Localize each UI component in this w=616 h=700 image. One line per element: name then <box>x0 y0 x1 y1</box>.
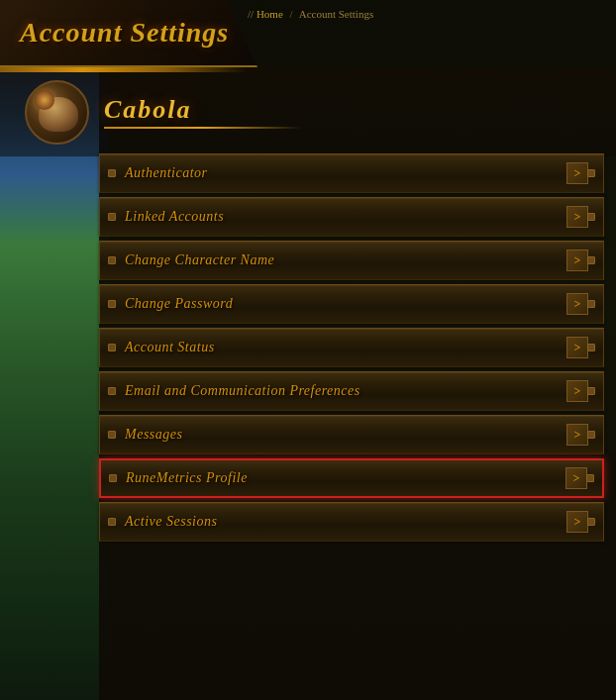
menu-item-label-messages: Messages <box>125 427 182 443</box>
menu-item-change-character-name[interactable]: Change Character Name> <box>99 241 604 280</box>
breadcrumb-current: Account Settings <box>299 8 373 20</box>
menu-container: Authenticator>Linked Accounts>Change Cha… <box>99 153 604 542</box>
menu-item-label-change-password: Change Password <box>125 296 233 312</box>
menu-item-label-active-sessions: Active Sessions <box>125 514 217 530</box>
title-decoration-line <box>0 67 248 72</box>
username-block: Cabola <box>104 95 302 129</box>
menu-item-arrow-email-communication: > <box>566 380 588 402</box>
menu-item-arrow-active-sessions: > <box>566 511 588 533</box>
breadcrumb-home-link[interactable]: Home <box>257 8 283 20</box>
header-title-block: Account Settings <box>0 0 257 67</box>
username-underline <box>104 127 302 129</box>
menu-item-label-linked-accounts: Linked Accounts <box>125 209 224 225</box>
menu-item-arrow-change-character-name: > <box>566 250 588 271</box>
username-text: Cabola <box>104 95 302 125</box>
menu-item-linked-accounts[interactable]: Linked Accounts> <box>99 197 604 237</box>
menu-item-label-email-communication: Email and Communication Preferences <box>125 383 360 399</box>
menu-item-arrow-runemetrics-profile: > <box>565 467 587 489</box>
menu-item-change-password[interactable]: Change Password> <box>99 284 604 324</box>
menu-item-runemetrics-profile[interactable]: RuneMetrics Profile> <box>99 458 604 498</box>
user-profile-area: Cabola <box>0 67 616 156</box>
menu-item-label-runemetrics-profile: RuneMetrics Profile <box>126 470 248 486</box>
menu-item-label-account-status: Account Status <box>125 340 215 355</box>
breadcrumb-prefix: // <box>248 8 254 20</box>
menu-item-label-change-character-name: Change Character Name <box>125 252 274 268</box>
menu-item-active-sessions[interactable]: Active Sessions> <box>99 502 604 542</box>
menu-item-label-authenticator: Authenticator <box>125 165 208 181</box>
breadcrumb-separator: / <box>290 8 293 20</box>
breadcrumb: // Home / Account Settings <box>248 8 373 20</box>
avatar <box>25 80 89 145</box>
menu-item-arrow-linked-accounts: > <box>566 206 588 228</box>
page-title: Account Settings <box>20 17 229 49</box>
menu-item-arrow-account-status: > <box>566 337 588 358</box>
menu-item-messages[interactable]: Messages> <box>99 415 604 454</box>
menu-item-account-status[interactable]: Account Status> <box>99 328 604 367</box>
menu-item-arrow-authenticator: > <box>566 162 588 184</box>
menu-item-email-communication[interactable]: Email and Communication Preferences> <box>99 371 604 411</box>
menu-item-arrow-messages: > <box>566 424 588 446</box>
menu-item-arrow-change-password: > <box>566 293 588 315</box>
menu-item-authenticator[interactable]: Authenticator> <box>99 153 604 193</box>
